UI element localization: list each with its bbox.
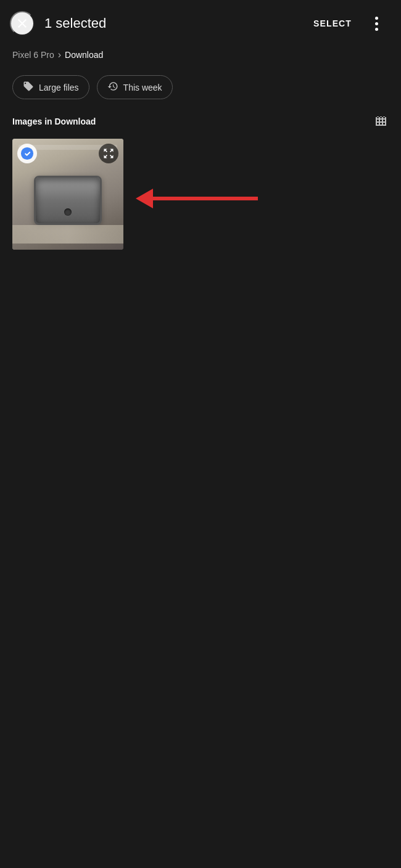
select-button[interactable]: SELECT: [306, 14, 359, 33]
breadcrumb-parent[interactable]: Pixel 6 Pro: [12, 50, 54, 60]
breadcrumb: Pixel 6 Pro › Download: [0, 47, 401, 70]
image-item[interactable]: [12, 139, 123, 250]
close-button[interactable]: [10, 11, 35, 36]
tag-icon: [23, 81, 34, 94]
section-title: Images in Download: [12, 117, 96, 126]
arrow-head: [136, 189, 153, 208]
breadcrumb-separator: ›: [58, 49, 61, 60]
filter-row: Large files This week: [0, 70, 401, 109]
arrow-annotation: [136, 189, 258, 208]
header-right: SELECT: [306, 11, 389, 36]
images-grid: [0, 136, 401, 252]
this-week-filter[interactable]: This week: [97, 75, 173, 99]
more-options-button[interactable]: [364, 11, 389, 36]
large-files-label: Large files: [39, 83, 79, 92]
selection-count: 1 selected: [44, 15, 106, 31]
arrow-shaft: [153, 197, 258, 200]
image-expand-button[interactable]: [99, 144, 118, 163]
large-files-filter[interactable]: Large files: [12, 75, 89, 99]
header-left: 1 selected: [10, 11, 106, 36]
app-header: 1 selected SELECT: [0, 0, 401, 47]
this-week-label: This week: [123, 83, 162, 92]
grid-toggle-button[interactable]: [374, 114, 389, 129]
svg-point-0: [21, 147, 33, 160]
section-header: Images in Download: [0, 109, 401, 136]
breadcrumb-current: Download: [65, 50, 103, 60]
history-icon: [107, 81, 118, 94]
image-select-check[interactable]: [17, 144, 37, 163]
